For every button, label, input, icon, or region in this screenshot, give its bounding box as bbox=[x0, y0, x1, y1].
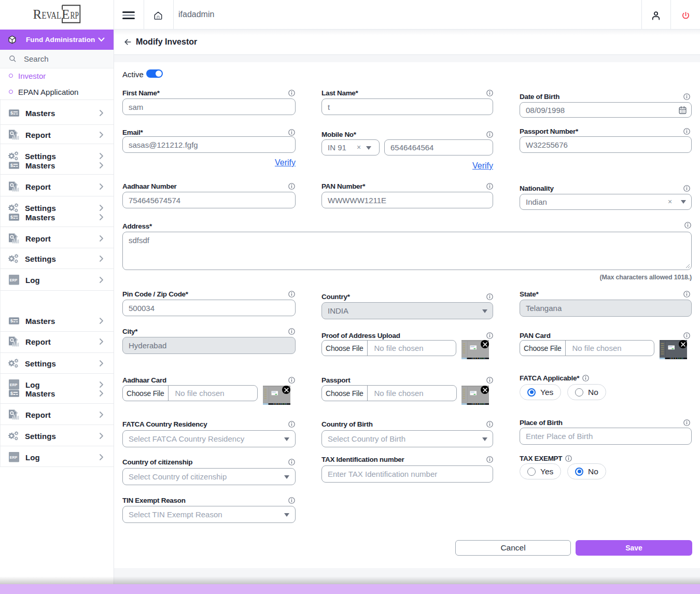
svg-text:$: $ bbox=[10, 318, 13, 323]
svg-text:ERP: ERP bbox=[10, 278, 18, 282]
svg-text:R: R bbox=[33, 7, 42, 21]
svg-text:EVAL: EVAL bbox=[42, 10, 62, 21]
svg-text:$: $ bbox=[10, 391, 13, 396]
svg-text:RP: RP bbox=[71, 10, 79, 21]
svg-text:$: $ bbox=[10, 215, 13, 220]
svg-text:E: E bbox=[62, 7, 69, 21]
svg-text:$: $ bbox=[10, 110, 13, 116]
svg-text:$: $ bbox=[10, 163, 13, 168]
svg-text:ERP: ERP bbox=[10, 383, 18, 387]
svg-text:ERP: ERP bbox=[10, 456, 18, 459]
